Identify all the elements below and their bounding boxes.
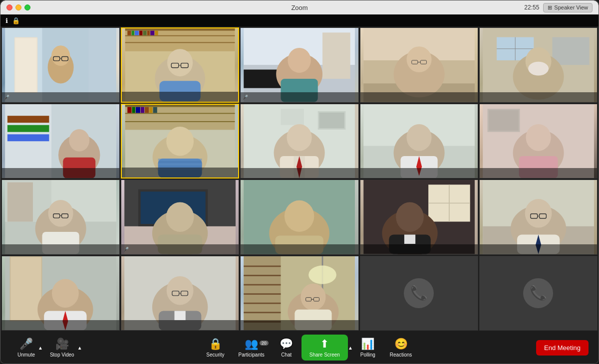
participants-button[interactable]: 👥 Participants 20 [231,338,271,358]
minimize-button[interactable] [15,4,21,10]
video-cell-14 [360,180,478,255]
svg-point-99 [526,124,551,151]
svg-rect-12 [125,28,235,31]
video-cell-1: 🎤 [1,27,120,103]
video-cell-15 [479,180,598,255]
video-cell-3: 🎤 [240,27,358,103]
video-chevron[interactable]: ▲ [77,345,82,351]
svg-rect-165 [244,302,281,304]
video-cell-11 [1,180,120,255]
info-bar: ℹ 🔒 [0,14,599,26]
title-bar: Zoom 22:55 ⊞ Speaker View [0,0,599,14]
video-cell-12: 🎤 [121,180,239,255]
svg-rect-70 [141,107,144,113]
svg-point-146 [52,279,79,308]
svg-rect-163 [244,284,281,285]
participants-label: Participants [238,352,264,358]
share-screen-label: Share Screen [309,352,340,358]
svg-rect-97 [489,110,518,131]
svg-point-35 [288,48,311,73]
reactions-label: Reactions [390,352,412,358]
share-icon: ⬆ [320,338,329,351]
svg-rect-68 [132,107,135,113]
svg-point-116 [166,202,194,232]
stop-video-button[interactable]: 🎥 Stop Video [43,338,81,358]
reactions-button[interactable]: 😊 Reactions [383,338,419,358]
cell-bar-9 [360,168,478,178]
phone-icon-1: 📞 [410,285,428,301]
svg-rect-19 [143,31,147,35]
video-cell-phone-2: 📞 [479,256,598,331]
share-screen-group: ⬆ Share Screen ▲ [301,335,353,361]
title-bar-right: 22:55 ⊞ Speaker View [524,3,593,12]
speaker-view-button[interactable]: ⊞ Speaker View [543,3,593,12]
grid-icon: ⊞ [548,4,552,11]
svg-rect-66 [125,121,235,122]
share-chevron[interactable]: ▲ [348,345,353,351]
cell-bar-1: 🎤 [2,92,119,102]
svg-rect-15 [127,31,131,35]
video-cell-13 [240,180,358,255]
time-display: 22:55 [524,4,539,11]
zoom-window: Zoom 22:55 ⊞ Speaker View ℹ 🔒 [0,0,599,364]
close-button[interactable] [6,4,12,10]
svg-rect-131 [404,235,415,244]
svg-point-121 [285,200,314,232]
svg-rect-4 [15,38,37,92]
svg-point-52 [528,62,549,76]
unmute-label: Unmute [17,352,35,358]
traffic-lights [6,4,30,10]
chat-button[interactable]: 💬 Chat [272,338,301,358]
svg-rect-13 [125,35,235,36]
video-cell-17 [121,256,239,331]
svg-rect-16 [132,31,134,35]
cell-bar-18 [241,320,358,330]
svg-rect-57 [7,125,49,132]
participants-badge: 20 [260,341,269,346]
window-title: Zoom [291,4,307,11]
svg-point-171 [301,283,326,310]
chat-icon: 💬 [280,338,293,351]
mic-off-1: 🎤 [4,95,9,100]
polling-label: Polling [360,352,375,358]
cell-bar-11 [2,244,119,254]
svg-rect-157 [175,311,186,320]
cell-bar-8 [241,168,358,178]
svg-rect-46 [552,37,589,65]
svg-rect-164 [244,293,281,295]
info-icon[interactable]: ℹ [5,17,8,24]
svg-rect-56 [7,116,49,123]
svg-rect-77 [158,159,202,161]
svg-rect-22 [155,31,158,35]
lock-icon: 🔒 [12,17,20,24]
cell-bar-10 [480,168,597,178]
svg-rect-65 [125,113,235,114]
video-cell-9 [360,104,478,179]
fullscreen-button[interactable] [24,4,30,10]
cell-bar-4 [360,92,478,102]
svg-point-85 [287,124,312,151]
svg-rect-71 [145,107,149,113]
svg-rect-83 [281,109,304,125]
security-button[interactable]: 🔒 Security [199,338,231,358]
cell-bar-17 [121,320,239,330]
svg-point-169 [309,265,337,284]
svg-rect-20 [147,31,150,35]
svg-rect-14 [125,42,235,43]
svg-point-106 [48,200,73,227]
share-screen-button[interactable]: ⬆ Share Screen [301,335,348,361]
svg-rect-17 [135,31,139,35]
polling-button[interactable]: 📊 Polling [353,338,383,358]
svg-rect-67 [127,107,131,113]
camera-icon: 🎥 [55,338,69,351]
svg-rect-166 [244,312,281,313]
cell-bar-2 [122,92,238,102]
video-cell-18 [240,256,358,331]
unmute-button[interactable]: 🎤 Unmute [10,338,42,358]
stop-video-group: 🎥 Stop Video ▲ [43,338,82,358]
end-meeting-button[interactable]: End Meeting [536,340,589,356]
unmute-chevron[interactable]: ▲ [38,345,43,351]
svg-point-75 [166,126,194,156]
shield-icon: 🔒 [209,338,222,351]
reactions-icon: 😊 [394,338,408,351]
